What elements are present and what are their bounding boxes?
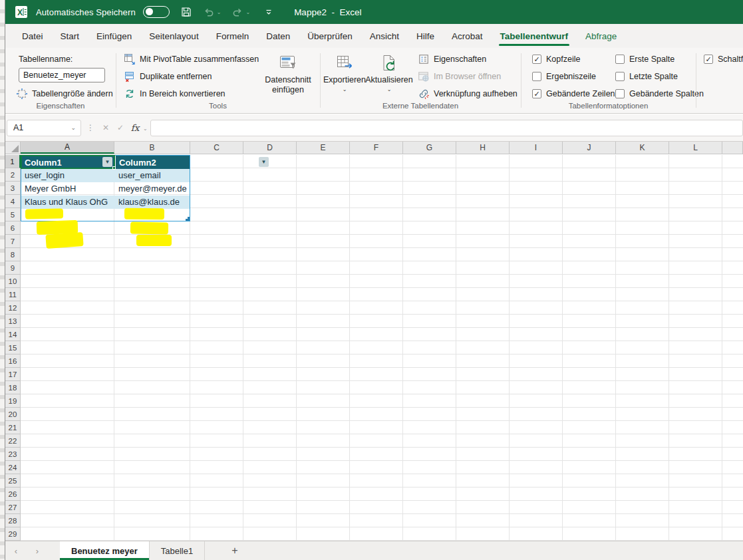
formula-input[interactable] [150,120,743,136]
column-header-l[interactable]: L [669,142,722,154]
refresh-button[interactable]: Aktualisieren ⌄ [365,53,413,92]
table-row-3[interactable]: Meyer GmbHmeyer@meyer.de [21,182,190,196]
undo-dropdown-chevron[interactable]: ⌄ [217,9,222,15]
ribbon-tab-datei[interactable]: Datei [13,24,52,48]
ribbon-tab-start[interactable]: Start [52,24,88,48]
export-dropdown-chevron[interactable]: ⌄ [343,86,347,92]
row-header-20[interactable]: 20 [5,408,21,421]
export-button[interactable]: Exportieren ⌄ [324,53,365,92]
sheet-nav-right-icon[interactable]: › [27,541,48,560]
sheet-nav-left-icon[interactable]: ‹ [5,541,27,560]
checkbox-erste-spalte[interactable]: Erste Spalte [615,55,674,64]
column-header-b[interactable]: B [114,142,190,154]
checkbox-letzte-spalte[interactable]: Letzte Spalte [615,72,678,81]
ribbon-tab-ansicht[interactable]: Ansicht [361,24,408,48]
checkbox-geb-nderte-spalten[interactable]: Gebänderte Spalten [615,89,704,98]
row-header-17[interactable]: 17 [5,368,21,381]
ribbon-tab-formeln[interactable]: Formeln [208,24,258,48]
cell-b4[interactable]: klaus@klaus.de [115,196,190,209]
row-header-1[interactable]: 1 [5,155,21,168]
sheet-tab-benuetez-meyer[interactable]: Benuetez meyer [60,541,150,560]
column-header-d[interactable]: D [243,142,297,154]
row-header-5[interactable]: 5 [5,208,21,221]
row-header-27[interactable]: 27 [5,501,21,514]
row-header-22[interactable]: 22 [5,434,21,448]
sheet-tab-tabelle1[interactable]: Tabelle1 [150,541,205,560]
column-header-e[interactable]: E [297,142,350,154]
table-header-column1[interactable]: Column1 ▼ [21,156,115,169]
insert-function-icon[interactable]: fx [128,122,142,133]
row-header-25[interactable]: 25 [5,474,21,488]
table-row-4[interactable]: Klaus und Klaus OhGklaus@klaus.de [21,196,190,209]
row-header-12[interactable]: 12 [5,301,21,315]
column-header-c[interactable]: C [190,142,243,154]
column-header-f[interactable]: F [350,142,403,154]
ribbon-tab-tabellenentwurf[interactable]: Tabellenentwurf [492,24,577,48]
cell-b2[interactable]: user_email [115,169,190,182]
checkbox-schaltflaeche[interactable]: ✓ Schaltflä [704,55,743,64]
filter-dropdown-column2[interactable]: ▼ [259,157,269,167]
ribbon-tab-berpr-fen[interactable]: Überprüfen [299,24,361,48]
column-header-a[interactable]: A [21,142,114,154]
ribbon-tab-daten[interactable]: Daten [257,24,299,48]
row-header-24[interactable]: 24 [5,461,21,474]
unlink-button[interactable]: Verknüpfung aufheben [418,88,518,100]
row-header-15[interactable]: 15 [5,341,21,354]
ribbon-tab-seitenlayout[interactable]: Seitenlayout [140,24,207,48]
row-header-13[interactable]: 13 [5,315,21,328]
row-header-14[interactable]: 14 [5,328,21,341]
row-header-21[interactable]: 21 [5,421,21,434]
ribbon-tab-einf-gen[interactable]: Einfügen [88,24,140,48]
column-header-partial[interactable] [722,142,743,154]
row-header-3[interactable]: 3 [5,182,21,195]
row-header-29[interactable]: 29 [5,527,21,541]
column-header-i[interactable]: I [510,142,563,154]
checkbox-kopfzeile[interactable]: ✓Kopfzeile [532,55,580,64]
table-properties-button[interactable]: Eigenschaften [418,53,486,65]
table-name-input[interactable] [19,68,105,82]
row-header-18[interactable]: 18 [5,381,21,394]
autosave-toggle[interactable] [143,6,170,18]
resize-table-button[interactable]: Tabellengröße ändern [16,88,113,100]
cell-a4[interactable]: Klaus und Klaus OhG [21,196,115,209]
column-header-g[interactable]: G [403,142,456,154]
convert-to-range-button[interactable]: In Bereich konvertieren [124,88,225,100]
column-header-h[interactable]: H [456,142,510,154]
cell-b3[interactable]: meyer@meyer.de [115,182,190,196]
undo-icon[interactable] [203,6,215,18]
ribbon-tab-abfrage[interactable]: Abfrage [577,24,625,48]
checkbox-ergebniszeile[interactable]: Ergebniszeile [532,72,596,81]
cell-a2[interactable]: user_login [21,169,115,182]
row-header-19[interactable]: 19 [5,394,21,408]
row-header-4[interactable]: 4 [5,195,21,208]
row-header-11[interactable]: 11 [5,288,21,301]
row-header-9[interactable]: 9 [5,261,21,275]
formula-bar-chevron-icon[interactable]: ⌄ [143,126,148,132]
row-header-23[interactable]: 23 [5,448,21,461]
save-icon[interactable] [180,6,192,18]
column-header-k[interactable]: K [616,142,669,154]
customize-qat-icon[interactable] [265,8,273,16]
cell-a3[interactable]: Meyer GmbH [21,182,115,196]
name-box-chevron-icon[interactable]: ⌄ [71,124,80,131]
ribbon-tab-hilfe[interactable]: Hilfe [408,24,443,48]
redo-dropdown-chevron[interactable]: ⌄ [245,9,250,15]
row-header-28[interactable]: 28 [5,514,21,527]
checkbox-geb-nderte-zeilen[interactable]: ✓Gebänderte Zeilen [532,89,615,98]
row-header-8[interactable]: 8 [5,248,21,261]
filter-dropdown-column1[interactable]: ▼ [102,157,112,167]
add-sheet-button[interactable]: + [222,541,247,560]
row-header-16[interactable]: 16 [5,354,21,368]
table-row-2[interactable]: user_loginuser_email [21,169,190,182]
row-header-26[interactable]: 26 [5,488,21,501]
summarize-pivottable-button[interactable]: Mit PivotTable zusammenfassen [124,53,259,65]
name-box[interactable]: A1 ⌄ [7,120,81,136]
row-header-10[interactable]: 10 [5,275,21,288]
select-all-button[interactable] [5,142,21,154]
ribbon-tab-acrobat[interactable]: Acrobat [443,24,492,48]
insert-slicer-button[interactable]: Datenschnitt einfügen [261,53,315,95]
row-header-7[interactable]: 7 [5,235,21,248]
row-header-6[interactable]: 6 [5,221,21,235]
column-header-j[interactable]: J [563,142,616,154]
redo-icon[interactable] [231,6,243,18]
